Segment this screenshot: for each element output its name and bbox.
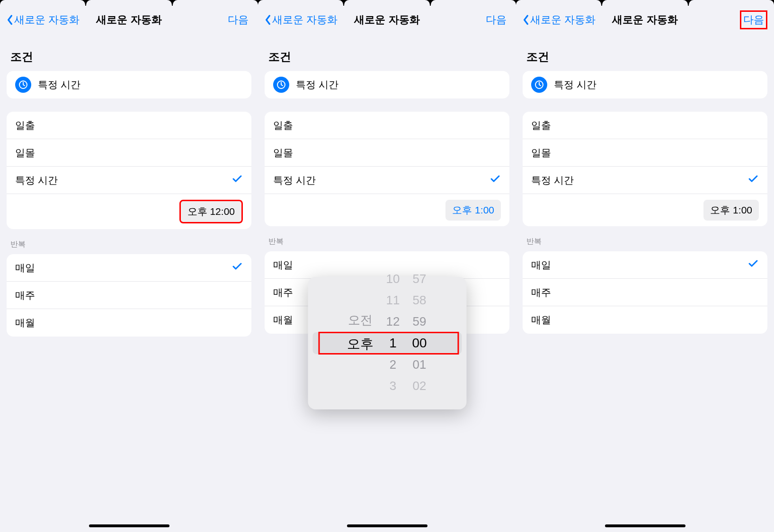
specific-time-header: 특정 시간 [7, 71, 251, 98]
check-icon [747, 258, 759, 272]
check-icon [747, 173, 759, 187]
sunset-option[interactable]: 일몰 [523, 139, 767, 167]
home-indicator [89, 524, 169, 527]
page-title: 새로운 자동화 [612, 13, 677, 27]
ampm-column[interactable]: 오전 오후 [347, 269, 374, 417]
chevron-left-icon [523, 15, 529, 25]
section-condition-title: 조건 [10, 49, 248, 64]
status-tabs [0, 0, 258, 6]
home-indicator [605, 524, 685, 527]
check-icon [231, 261, 243, 275]
navbar: 새로운 자동화 새로운 자동화 다음 [516, 6, 774, 34]
specific-time-option[interactable]: 특정 시간 [523, 167, 767, 194]
navbar: 새로운 자동화 새로운 자동화 다음 [0, 6, 258, 34]
clock-icon [273, 77, 289, 93]
section-repeat-title: 반복 [268, 237, 506, 247]
chevron-left-icon [7, 15, 13, 25]
back-button[interactable]: 새로운 자동화 [7, 13, 80, 27]
time-value-row: 오후 1:00 [523, 194, 767, 226]
time-options-card: 일출 일몰 특정 시간 오후 1:00 [265, 112, 509, 226]
specific-time-header: 특정 시간 [523, 71, 767, 98]
back-button[interactable]: 새로운 자동화 [265, 13, 338, 27]
repeat-daily[interactable]: 매일 [523, 251, 767, 279]
sunset-option[interactable]: 일몰 [265, 139, 509, 167]
next-button[interactable]: 다음 [483, 12, 509, 28]
back-label: 새로운 자동화 [530, 13, 596, 27]
repeat-card: 매일 매주 매월 [523, 251, 767, 334]
repeat-weekly[interactable]: 매주 [7, 282, 251, 309]
time-options-card: 일출 일몰 특정 시간 오후 1:00 [523, 112, 767, 226]
condition-header-card: 특정 시간 [7, 71, 251, 98]
time-value-row: 오후 1:00 [265, 194, 509, 226]
check-icon [231, 173, 243, 187]
screen-1: 새로운 자동화 새로운 자동화 다음 조건 특정 시간 일출 일몰 특정 시간 … [0, 0, 258, 532]
sunrise-option[interactable]: 일출 [7, 112, 251, 139]
specific-time-label: 특정 시간 [554, 78, 596, 91]
sunset-option[interactable]: 일몰 [7, 139, 251, 167]
time-chip[interactable]: 오후 1:00 [703, 200, 759, 221]
time-chip[interactable]: 오후 1:00 [445, 200, 501, 221]
page-title: 새로운 자동화 [354, 13, 419, 27]
status-tabs [516, 0, 774, 6]
repeat-card: 매일 매주 매월 [7, 254, 251, 337]
section-condition-title: 조건 [526, 49, 764, 64]
repeat-daily[interactable]: 매일 [7, 254, 251, 282]
time-value-row: 오후 12:00 [7, 194, 251, 229]
ampm-selected: 오후 [347, 335, 374, 353]
specific-time-label: 특정 시간 [296, 78, 338, 91]
section-repeat-title: 반복 [10, 239, 248, 249]
navbar: 새로운 자동화 새로운 자동화 다음 [258, 6, 516, 34]
status-tabs [258, 0, 516, 6]
clock-icon [531, 77, 547, 93]
minute-selected: 00 [412, 336, 427, 351]
repeat-weekly[interactable]: 매주 [523, 279, 767, 306]
hour-selected: 1 [389, 336, 397, 351]
screen-2: 새로운 자동화 새로운 자동화 다음 조건 특정 시간 일출 일몰 특정 시간 … [258, 0, 516, 532]
chevron-left-icon [265, 15, 271, 25]
screen-3: 새로운 자동화 새로운 자동화 다음 조건 특정 시간 일출 일몰 특정 시간 … [516, 0, 774, 532]
repeat-monthly[interactable]: 매월 [7, 309, 251, 337]
check-icon [489, 173, 501, 187]
section-condition-title: 조건 [268, 49, 506, 64]
specific-time-header: 특정 시간 [265, 71, 509, 98]
picker-columns: 오전 오후 10 11 12 1 2 3 57 58 59 00 01 [347, 269, 427, 417]
specific-time-label: 특정 시간 [38, 78, 80, 91]
section-repeat-title: 반복 [526, 237, 764, 247]
time-picker-popover[interactable]: 오전 오후 10 11 12 1 2 3 57 58 59 00 01 [308, 277, 466, 409]
minute-column[interactable]: 57 58 59 00 01 02 [412, 272, 427, 415]
specific-time-option[interactable]: 특정 시간 [265, 167, 509, 194]
page-title: 새로운 자동화 [96, 13, 161, 27]
specific-time-option[interactable]: 특정 시간 [7, 167, 251, 194]
sunrise-option[interactable]: 일출 [523, 112, 767, 139]
back-label: 새로운 자동화 [14, 13, 80, 27]
time-chip[interactable]: 오후 12:00 [179, 200, 243, 223]
condition-header-card: 특정 시간 [523, 71, 767, 98]
clock-icon [15, 77, 31, 93]
ampm-prev: 오전 [348, 312, 373, 328]
repeat-monthly[interactable]: 매월 [523, 306, 767, 334]
hour-column[interactable]: 10 11 12 1 2 3 [386, 272, 400, 415]
back-label: 새로운 자동화 [272, 13, 338, 27]
next-button[interactable]: 다음 [225, 12, 251, 28]
next-button[interactable]: 다음 [740, 10, 767, 29]
home-indicator [347, 524, 427, 527]
sunrise-option[interactable]: 일출 [265, 112, 509, 139]
time-options-card: 일출 일몰 특정 시간 오후 12:00 [7, 112, 251, 229]
back-button[interactable]: 새로운 자동화 [523, 13, 596, 27]
condition-header-card: 특정 시간 [265, 71, 509, 98]
